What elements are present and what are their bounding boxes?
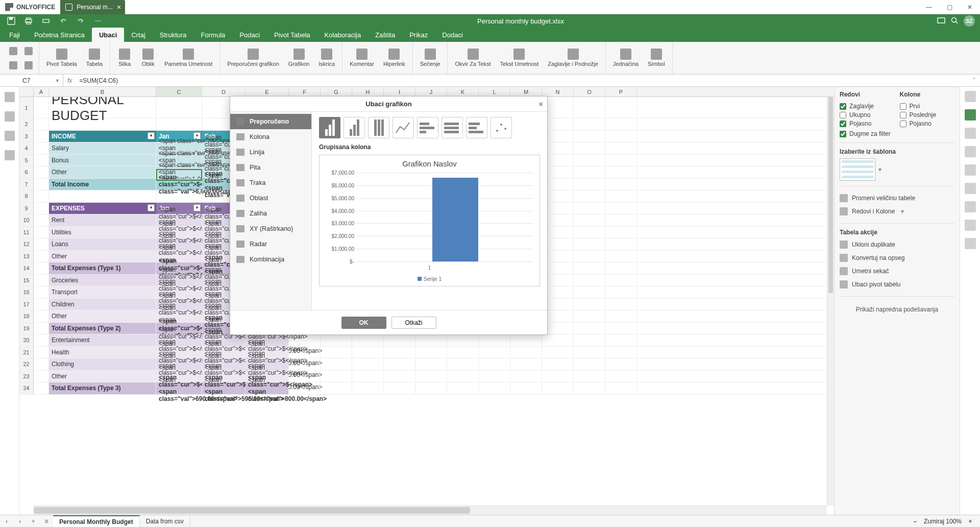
cell[interactable] <box>34 214 49 226</box>
cell[interactable]: Loans <box>49 238 156 250</box>
cell[interactable] <box>574 238 605 250</box>
cell[interactable] <box>34 166 49 178</box>
cb-banded-cols[interactable]: Pojasno <box>900 120 955 127</box>
cell[interactable] <box>34 203 49 214</box>
cell[interactable] <box>34 131 49 142</box>
cell[interactable]: Other <box>49 251 156 262</box>
cell[interactable]: <span class="cur">$</span><span class="v… <box>246 382 289 394</box>
cell[interactable] <box>415 371 447 382</box>
cell[interactable] <box>510 358 542 370</box>
symbol-button[interactable]: Simbol <box>645 46 668 69</box>
row-header[interactable]: 24 <box>19 382 34 394</box>
cell[interactable] <box>574 142 605 154</box>
qat-more-icon[interactable]: ⋯ <box>93 16 103 26</box>
menu-zastita[interactable]: Zaštita <box>368 28 402 42</box>
cell[interactable] <box>542 347 574 358</box>
cell[interactable] <box>34 227 49 238</box>
row-header[interactable]: 2 <box>19 118 34 130</box>
cell[interactable] <box>605 238 637 250</box>
cell[interactable] <box>384 334 415 346</box>
cell[interactable] <box>605 299 637 310</box>
close-dialog-icon[interactable]: × <box>538 100 543 108</box>
cell[interactable] <box>447 382 479 394</box>
cell[interactable] <box>574 227 605 238</box>
expand-formula-icon[interactable]: ˅ <box>968 77 980 84</box>
shape-settings-icon[interactable] <box>965 128 976 139</box>
cb-total-row[interactable]: Ukupno <box>840 111 895 118</box>
cell[interactable] <box>605 275 637 286</box>
chart-thumb-bar-3[interactable] <box>466 117 487 138</box>
cell[interactable] <box>447 334 479 346</box>
cell[interactable]: <span class="cur">$</span><span class="v… <box>156 179 202 190</box>
cell[interactable] <box>447 347 479 358</box>
cell[interactable] <box>352 347 384 358</box>
cell[interactable] <box>34 358 49 370</box>
row-header[interactable]: 11 <box>19 227 34 238</box>
menu-struktura[interactable]: Struktura <box>153 28 194 42</box>
cell[interactable] <box>384 347 415 358</box>
formula-input[interactable]: =SUM(C4:C6) <box>76 77 968 84</box>
cell[interactable] <box>479 358 510 370</box>
cell[interactable] <box>574 155 605 166</box>
cb-banded-rows[interactable]: Pojasno <box>840 120 895 127</box>
hyperlink-button[interactable]: Hiperlink <box>380 46 408 69</box>
row-header[interactable]: 9 <box>19 203 34 214</box>
sparkline-button[interactable]: Iskrica <box>315 46 338 69</box>
cell[interactable] <box>605 286 637 298</box>
cell-settings-icon[interactable] <box>965 91 976 102</box>
cell[interactable] <box>34 334 49 346</box>
cell[interactable] <box>479 347 510 358</box>
smartart-button[interactable]: Pametna Umetnost <box>161 46 215 69</box>
horizontal-scrollbar[interactable] <box>34 506 827 515</box>
cell[interactable] <box>156 97 202 118</box>
cell[interactable] <box>34 275 49 286</box>
insert-pivot-button[interactable]: Ubaci pivot tabelu <box>840 278 954 291</box>
image-settings-icon[interactable] <box>965 146 976 157</box>
quick-print-icon[interactable] <box>41 16 51 26</box>
paste-icon[interactable] <box>7 59 19 71</box>
menu-dodaci[interactable]: Dodaci <box>435 28 470 42</box>
cell[interactable] <box>605 214 637 226</box>
row-header[interactable]: 17 <box>19 299 34 310</box>
cell[interactable] <box>352 371 384 382</box>
cell[interactable] <box>447 371 479 382</box>
menu-crtaj[interactable]: Crtaj <box>124 28 152 42</box>
cell[interactable]: Salary <box>49 142 156 154</box>
row-header[interactable]: 10 <box>19 214 34 226</box>
select-all-corner[interactable] <box>19 87 34 97</box>
cell[interactable] <box>34 251 49 262</box>
pivot-table-button[interactable]: Pivot Tabela <box>43 46 80 69</box>
undo-icon[interactable] <box>58 16 68 26</box>
chart-thumb-column-stacked[interactable] <box>368 117 389 138</box>
chart-thumb-bar-2[interactable] <box>442 117 463 138</box>
cell[interactable] <box>605 347 637 358</box>
chart-category-item[interactable]: Oblast <box>230 190 311 206</box>
name-box[interactable]: C7 ▼ <box>19 75 63 86</box>
cell[interactable] <box>605 323 637 334</box>
chevron-down-icon[interactable]: ▾ <box>878 166 881 173</box>
chart-category-item[interactable]: Kombinacija <box>230 252 311 267</box>
cell[interactable] <box>321 382 352 394</box>
cell[interactable] <box>605 371 637 382</box>
chart-thumb-column-basic[interactable] <box>319 117 340 138</box>
chart-category-item[interactable]: Linija <box>230 145 311 160</box>
cell[interactable] <box>384 358 415 370</box>
menu-podaci[interactable]: Podaci <box>232 28 267 42</box>
cell[interactable] <box>34 97 49 118</box>
menu-formula[interactable]: Formula <box>194 28 233 42</box>
cell[interactable] <box>415 347 447 358</box>
menu-prikaz[interactable]: Prikaz <box>402 28 435 42</box>
col-header[interactable]: M <box>510 87 542 97</box>
cell[interactable]: Total Income <box>49 179 156 190</box>
cell[interactable] <box>34 142 49 154</box>
cell[interactable] <box>156 190 202 202</box>
maximize-button[interactable]: ▢ <box>939 0 960 14</box>
cell[interactable] <box>574 166 605 178</box>
cell[interactable] <box>49 190 156 202</box>
format-painter-icon[interactable] <box>22 59 35 71</box>
cell[interactable] <box>384 371 415 382</box>
cell[interactable] <box>574 347 605 358</box>
cell[interactable] <box>34 310 49 322</box>
advanced-settings-link[interactable]: Prikaži napredna podešavanja <box>840 302 954 317</box>
cell[interactable] <box>34 118 49 130</box>
